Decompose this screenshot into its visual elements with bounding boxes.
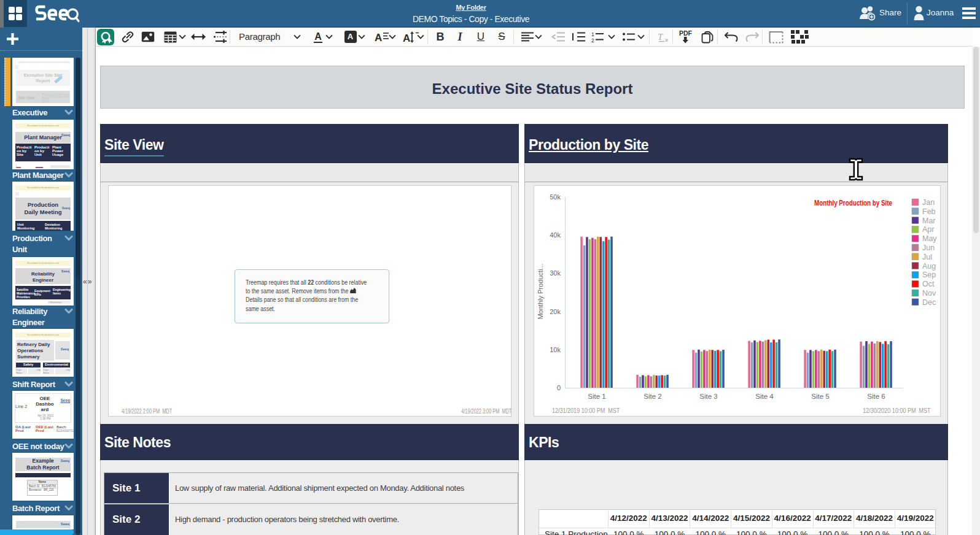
svg-text:Feb: Feb xyxy=(922,207,936,216)
svg-text:Apr: Apr xyxy=(922,225,934,234)
svg-text:Site 1: Site 1 xyxy=(588,393,605,400)
svg-text:A: A xyxy=(375,32,382,42)
svg-text:Sep: Sep xyxy=(922,271,936,279)
svg-text:Aug: Aug xyxy=(922,262,936,271)
svg-text:50k: 50k xyxy=(550,193,561,201)
svg-text:2: 2 xyxy=(591,37,594,43)
svg-text:Oct: Oct xyxy=(922,280,935,288)
svg-text:Nov: Nov xyxy=(922,289,936,298)
svg-text:10k: 10k xyxy=(550,346,561,353)
svg-text:Mar: Mar xyxy=(922,217,936,225)
svg-text:Site 5: Site 5 xyxy=(811,393,829,400)
svg-text:Site 3: Site 3 xyxy=(699,393,717,400)
svg-text:Jul: Jul xyxy=(922,253,932,261)
svg-text:0: 0 xyxy=(557,384,561,391)
svg-text:Jun: Jun xyxy=(922,244,935,252)
svg-text:✕: ✕ xyxy=(664,37,669,42)
svg-text:A: A xyxy=(403,32,410,43)
svg-text:Monthly Production by Site: Monthly Production by Site xyxy=(814,198,892,207)
svg-text:Site 2: Site 2 xyxy=(644,393,661,400)
svg-text:T: T xyxy=(658,32,664,42)
svg-text:30k: 30k xyxy=(550,269,561,277)
svg-text:20k: 20k xyxy=(550,308,561,315)
svg-text:1: 1 xyxy=(591,31,594,37)
svg-text:Site 4: Site 4 xyxy=(755,393,774,400)
svg-text:Site 6: Site 6 xyxy=(867,393,885,400)
svg-text:PDF: PDF xyxy=(679,30,693,37)
svg-text:40k: 40k xyxy=(550,231,561,239)
svg-text:May: May xyxy=(922,234,937,243)
svg-text:Dec: Dec xyxy=(922,298,936,307)
svg-text:Monthly Producti...: Monthly Producti... xyxy=(537,263,544,319)
svg-text:Jan: Jan xyxy=(922,198,935,207)
